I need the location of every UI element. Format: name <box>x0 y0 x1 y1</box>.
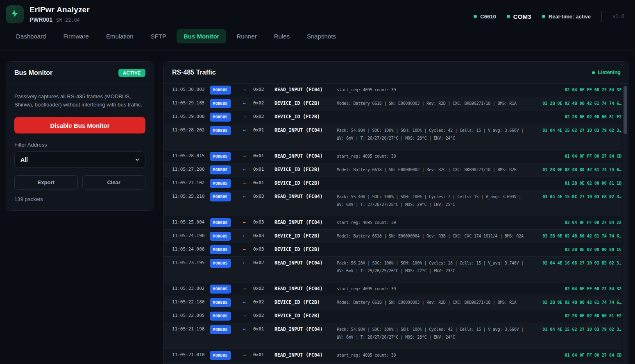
command-label: READ_INPUT (FC04) <box>274 192 337 200</box>
modbus-badge: MODBUS <box>210 165 231 174</box>
traffic-row[interactable]: 11:05:22.180 MODBUS ← 0x02 DEVICE_ID (FC… <box>164 296 621 309</box>
filter-address-select[interactable]: All <box>14 151 145 168</box>
modbus-badge: MODBUS <box>210 192 231 201</box>
device-address: 0x01 <box>253 179 274 186</box>
modbus-badge: MODBUS <box>210 285 231 294</box>
brand: EriPwr Analyzer PWR001 SW 22.Q4 <box>6 5 90 23</box>
hex-bytes: 01 04 4E 15 62 27 10 03 79 02 3… <box>542 126 621 134</box>
hex-bytes: 02 04 0F FF 00 27 84 32 <box>565 86 621 93</box>
device-address: 0x02 <box>253 259 274 266</box>
timestamp: 11:05:27.102 <box>172 179 210 186</box>
traffic-row[interactable]: 11:05:25.210 MODBUS ← 0x03 READ_INPUT (F… <box>164 190 621 216</box>
traffic-scrollbar-thumb[interactable] <box>624 86 627 134</box>
hex-bytes: 02 2B 0E 02 4B 80 42 61 74 74 6… <box>542 99 621 107</box>
protocol-badge-cell: MODBUS <box>210 245 235 254</box>
device-address: 0x03 <box>253 192 274 200</box>
direction-arrow-icon: ← <box>235 259 253 266</box>
frame-detail <box>337 312 561 313</box>
traffic-scrollbar[interactable] <box>623 84 627 364</box>
traffic-row[interactable]: 11:05:28.015 MODBUS → 0x01 READ_INPUT (F… <box>164 149 621 163</box>
tab-firmware[interactable]: Firmware <box>56 29 96 43</box>
traffic-row[interactable]: 11:05:20.245 MODBUS ← 0x01 DEVICE_ID (FC… <box>164 362 621 364</box>
timestamp: 11:05:23.195 <box>172 259 210 266</box>
tab-rules[interactable]: Rules <box>267 29 297 43</box>
modbus-badge: MODBUS <box>210 113 231 122</box>
status-dot-icon <box>474 15 477 18</box>
command-label: DEVICE_ID (FC2B) <box>274 113 337 120</box>
tab-sftp[interactable]: SFTP <box>144 29 173 43</box>
software-version: SW 22.Q4 <box>56 17 80 23</box>
frame-detail: Model: Battery 6618 | SN: E00000002 | Re… <box>337 165 538 173</box>
modbus-badge: MODBUS <box>210 86 231 95</box>
header-divider <box>601 11 602 22</box>
device-address: 0x02 <box>253 113 274 120</box>
tab-dashboard[interactable]: Dashboard <box>9 29 53 43</box>
tab-emulation[interactable]: Emulation <box>99 29 141 43</box>
frame-detail <box>337 179 561 180</box>
traffic-row[interactable]: 11:05:29.008 MODBUS → 0x02 DEVICE_ID (FC… <box>164 110 621 124</box>
disable-bus-monitor-button[interactable]: Disable Bus Monitor <box>14 117 145 133</box>
traffic-row[interactable]: 11:05:27.280 MODBUS ← 0x01 DEVICE_ID (FC… <box>164 163 621 176</box>
traffic-row[interactable]: 11:05:27.102 MODBUS → 0x01 DEVICE_ID (FC… <box>164 176 621 190</box>
traffic-row[interactable]: 11:05:24.190 MODBUS ← 0x03 DEVICE_ID (FC… <box>164 229 621 243</box>
tab-snapshots[interactable]: Snapshots <box>300 29 343 43</box>
direction-arrow-icon: ← <box>235 232 253 239</box>
frame-detail: start_reg: 4095 count: 39 <box>337 218 561 226</box>
hex-bytes: 02 04 4E 16 08 27 10 03 B5 02 3… <box>542 259 621 267</box>
export-button[interactable]: Export <box>14 175 78 190</box>
hex-bytes: 01 04 0F FF 00 27 84 CD <box>565 351 621 359</box>
direction-arrow-icon: → <box>235 113 253 120</box>
command-label: DEVICE_ID (FC2B) <box>274 245 337 253</box>
hex-bytes: 01 04 0F FF 00 27 84 CD <box>565 152 621 160</box>
timestamp: 11:05:22.005 <box>172 312 210 319</box>
hex-bytes: 01 2B 0E 02 4B 80 42 61 74 74 6… <box>542 165 621 173</box>
command-label: DEVICE_ID (FC2B) <box>274 99 337 106</box>
traffic-row[interactable]: 11:05:21.010 MODBUS → 0x01 READ_INPUT (F… <box>164 348 621 362</box>
traffic-row[interactable]: 11:05:30.003 MODBUS → 0x02 READ_INPUT (F… <box>164 84 621 97</box>
hex-bytes: 01 2B 0E 02 00 00 81 1D <box>565 179 621 187</box>
tab-runner[interactable]: Runner <box>229 29 263 43</box>
tab-bus-monitor[interactable]: Bus Monitor <box>177 29 227 43</box>
protocol-badge-cell: MODBUS <box>210 86 235 95</box>
direction-arrow-icon: → <box>235 86 253 93</box>
timestamp: 11:05:22.180 <box>172 298 210 305</box>
direction-arrow-icon: ← <box>235 126 253 133</box>
modbus-badge: MODBUS <box>210 351 231 360</box>
traffic-row[interactable]: 11:05:24.008 MODBUS → 0x03 DEVICE_ID (FC… <box>164 243 621 256</box>
timestamp: 11:05:24.190 <box>172 232 210 239</box>
traffic-row-list: 11:05:30.003 MODBUS → 0x02 READ_INPUT (F… <box>164 84 629 364</box>
hex-bytes: 02 2B 0E 02 00 00 81 E2 <box>565 312 621 319</box>
traffic-row[interactable]: 11:05:23.195 MODBUS ← 0x02 READ_INPUT (F… <box>164 256 621 282</box>
traffic-row[interactable]: 11:05:25.004 MODBUS → 0x03 READ_INPUT (F… <box>164 216 621 229</box>
direction-arrow-icon: → <box>235 312 253 319</box>
device-address: 0x02 <box>253 86 274 93</box>
traffic-row[interactable]: 11:05:29.185 MODBUS ← 0x02 DEVICE_ID (FC… <box>164 97 621 110</box>
protocol-badge-cell: MODBUS <box>210 113 235 122</box>
modbus-badge: MODBUS <box>210 218 231 227</box>
command-label: READ_INPUT (FC04) <box>274 126 337 133</box>
direction-arrow-icon: → <box>235 179 253 186</box>
device-address: 0x01 <box>253 351 274 358</box>
hex-bytes: 01 04 4E 15 62 27 10 03 79 02 3… <box>542 325 621 333</box>
modbus-badge: MODBUS <box>210 232 231 241</box>
hex-bytes: 02 04 0F FF 00 27 84 32 <box>565 285 621 292</box>
frame-detail: Pack: 54.90V | SOC: 100% | SOH: 100% | C… <box>337 126 538 142</box>
direction-arrow-icon: ← <box>235 298 253 305</box>
traffic-row[interactable]: 11:05:22.005 MODBUS → 0x02 DEVICE_ID (FC… <box>164 309 621 323</box>
app-version: v1.0 <box>612 14 624 19</box>
modbus-badge: MODBUS <box>210 298 231 307</box>
protocol-badge-cell: MODBUS <box>210 126 235 135</box>
command-label: READ_INPUT (FC04) <box>274 259 337 266</box>
timestamp: 11:05:28.202 <box>172 126 210 133</box>
clear-button[interactable]: Clear <box>82 175 146 190</box>
traffic-row[interactable]: 11:05:23.002 MODBUS → 0x02 READ_INPUT (F… <box>164 282 621 296</box>
traffic-row[interactable]: 11:05:28.202 MODBUS ← 0x01 READ_INPUT (F… <box>164 124 621 149</box>
modbus-badge: MODBUS <box>210 312 231 321</box>
direction-arrow-icon: → <box>235 351 253 358</box>
app-title: EriPwr Analyzer <box>29 5 90 14</box>
frame-detail: Pack: 54.90V | SOC: 100% | SOH: 100% | C… <box>337 325 538 341</box>
app-header: EriPwr Analyzer PWR001 SW 22.Q4 C6610COM… <box>0 0 635 23</box>
modbus-badge: MODBUS <box>210 99 231 108</box>
protocol-badge-cell: MODBUS <box>210 192 235 201</box>
traffic-row[interactable]: 11:05:21.198 MODBUS ← 0x01 READ_INPUT (F… <box>164 323 621 348</box>
